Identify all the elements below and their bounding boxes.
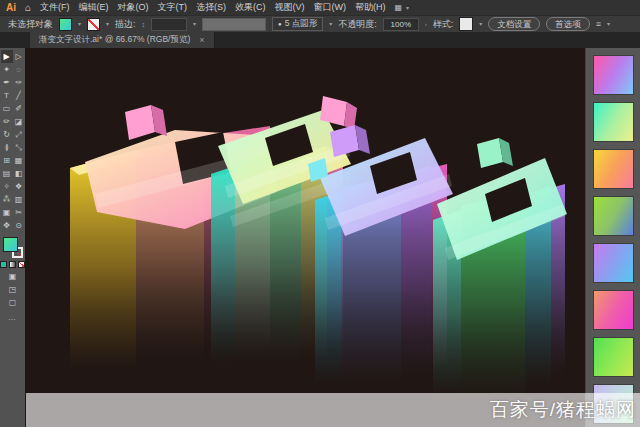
fill-color-swatch[interactable] <box>59 18 72 31</box>
mesh-tool[interactable]: ▤ <box>1 167 13 180</box>
style-label: 样式: <box>433 18 454 31</box>
slice-tool[interactable]: ✂ <box>13 206 25 219</box>
gradient-orange-magenta[interactable] <box>593 290 634 330</box>
eraser-tool[interactable]: ◪ <box>13 115 25 128</box>
gradient-purple-cyan[interactable] <box>593 243 634 283</box>
lasso-tool[interactable]: ◌ <box>13 63 25 76</box>
menu-item[interactable]: 编辑(E) <box>79 1 109 14</box>
draw-behind-icon[interactable]: ◳ <box>9 285 17 294</box>
canvas-artwork-3d-gradient-text[interactable] <box>25 48 585 427</box>
menu-items: 文件(F)编辑(E)对象(O)文字(T)选择(S)效果(C)视图(V)窗口(W)… <box>40 1 386 14</box>
fill-proxy-swatch[interactable] <box>3 237 18 252</box>
magic-wand-tool[interactable]: ✦ <box>1 63 13 76</box>
screen-mode-icon[interactable]: ▢ <box>9 298 17 307</box>
gradient-tool[interactable]: ◧ <box>13 167 25 180</box>
direct-selection-tool[interactable]: ▷ <box>13 50 25 63</box>
brush-definition-value: 5 点圆形 <box>285 18 318 30</box>
brush-definition-dropdown[interactable]: ● 5 点圆形 <box>272 17 323 31</box>
menu-item[interactable]: 窗口(W) <box>314 1 347 14</box>
opacity-panel-arrow-icon[interactable]: › <box>425 21 427 27</box>
width-profile-dropdown[interactable] <box>202 18 266 31</box>
document-tab[interactable]: 渐变文字设计.ai* @ 66.67% (RGB/预览) × <box>30 32 215 48</box>
column-graph-tool[interactable]: ▥ <box>13 193 25 206</box>
chevron-down-icon[interactable]: ▾ <box>193 21 196 27</box>
preferences-button[interactable]: 首选项 <box>546 17 590 31</box>
symbol-sprayer-tool[interactable]: ⁂ <box>1 193 13 206</box>
menu-item[interactable]: 帮助(H) <box>355 1 386 14</box>
fill-stroke-indicator[interactable] <box>3 237 23 258</box>
scale-tool[interactable]: ⤢ <box>13 128 25 141</box>
graphic-style-swatch[interactable] <box>459 17 473 31</box>
free-transform-tool[interactable]: ⤡ <box>13 141 25 154</box>
canvas[interactable] <box>25 48 585 427</box>
edit-toolbar-dots-icon[interactable]: … <box>8 313 17 322</box>
main-area: ▶ ▷ ✦ ◌ ✒ ✑ <box>0 48 640 427</box>
width-tool[interactable]: ≬ <box>1 141 13 154</box>
menu-item[interactable]: 视图(V) <box>275 1 305 14</box>
chevron-down-icon[interactable]: ▾ <box>329 21 332 27</box>
gradient-cyan-yellow[interactable] <box>593 102 634 142</box>
shaper-tool[interactable]: ✏ <box>1 115 13 128</box>
document-setup-button[interactable]: 文档设置 <box>488 17 540 31</box>
tools-panel: ▶ ▷ ✦ ◌ ✒ ✑ <box>0 48 25 427</box>
rectangle-tool[interactable]: ▭ <box>1 102 13 115</box>
eyedropper-tool[interactable]: ✧ <box>1 180 13 193</box>
opacity-input[interactable]: 100% <box>383 18 419 31</box>
brush-dot-icon: ● <box>278 21 282 27</box>
gradient-lime-blue[interactable] <box>593 196 634 236</box>
selection-tool[interactable]: ▶ <box>1 50 13 63</box>
gradient-green-lime[interactable] <box>593 337 634 377</box>
type-tool[interactable]: T <box>1 89 13 102</box>
tool-grid: ▶ ▷ ✦ ◌ ✒ ✑ <box>1 50 25 232</box>
menu-item[interactable]: 文件(F) <box>40 1 70 14</box>
opacity-label: 不透明度: <box>338 18 377 31</box>
stroke-weight-input[interactable] <box>151 18 187 31</box>
curvature-tool[interactable]: ✑ <box>13 76 25 89</box>
perspective-grid-tool[interactable]: ▦ <box>13 154 25 167</box>
stroke-stepper-icon[interactable]: ↕ <box>142 21 146 28</box>
stroke-color-swatch[interactable] <box>87 18 100 31</box>
menu-item[interactable]: 对象(O) <box>118 1 149 14</box>
chevron-down-icon[interactable]: ▾ <box>607 21 610 27</box>
watermark-text: 百家号/猪程蜗网 <box>490 397 636 423</box>
menu-item[interactable]: 文字(T) <box>158 1 188 14</box>
draw-normal-icon[interactable]: ▣ <box>9 272 17 281</box>
menu-bar: Ai ⌂ 文件(F)编辑(E)对象(O)文字(T)选择(S)效果(C)视图(V)… <box>0 0 640 15</box>
chevron-down-icon[interactable]: ▾ <box>78 21 81 27</box>
arrange-documents-icon[interactable]: ▦ <box>395 3 403 12</box>
gradient-pink-purple-blue[interactable] <box>593 55 634 95</box>
chevron-down-icon[interactable]: ▾ <box>106 21 109 27</box>
document-tab-title: 渐变文字设计.ai* @ 66.67% (RGB/预览) <box>39 34 190 46</box>
line-segment-tool[interactable]: ╱ <box>13 89 25 102</box>
hand-tool[interactable]: ✥ <box>1 219 13 232</box>
align-options-icon[interactable]: ≡ <box>596 19 601 29</box>
control-bar: 未选择对象 ▾ ▾ 描边: ↕ ▾ ● 5 点圆形 ▾ 不透明度: 100% ›… <box>0 15 640 32</box>
chevron-down-icon[interactable]: ▾ <box>479 21 482 27</box>
app-logo: Ai <box>6 2 16 13</box>
menu-item[interactable]: 选择(S) <box>196 1 226 14</box>
selection-status-label: 未选择对象 <box>8 18 53 31</box>
artboard-tool[interactable]: ▣ <box>1 206 13 219</box>
shape-builder-tool[interactable]: ⊞ <box>1 154 13 167</box>
rotate-tool[interactable]: ↻ <box>1 128 13 141</box>
menu-item[interactable]: 效果(C) <box>235 1 266 14</box>
blend-tool[interactable]: ❖ <box>13 180 25 193</box>
stroke-weight-label: 描边: <box>115 18 136 31</box>
gradient-swatches-panel <box>585 48 640 427</box>
zoom-tool[interactable]: ⊙ <box>13 219 25 232</box>
watermark-band: 百家号/猪程蜗网 <box>26 393 640 427</box>
chevron-down-icon[interactable]: ▾ <box>406 5 409 11</box>
gradient-button[interactable] <box>9 261 16 268</box>
close-icon[interactable]: × <box>199 35 204 45</box>
none-button[interactable] <box>18 261 25 268</box>
pen-tool[interactable]: ✒ <box>1 76 13 89</box>
char-cluster-4[interactable] <box>433 138 567 427</box>
document-tab-bar: 渐变文字设计.ai* @ 66.67% (RGB/预览) × <box>0 32 640 48</box>
gradient-yellow-pink[interactable] <box>593 149 634 189</box>
home-icon[interactable]: ⌂ <box>25 3 31 13</box>
color-button[interactable] <box>0 261 7 268</box>
paintbrush-tool[interactable]: ✐ <box>13 102 25 115</box>
